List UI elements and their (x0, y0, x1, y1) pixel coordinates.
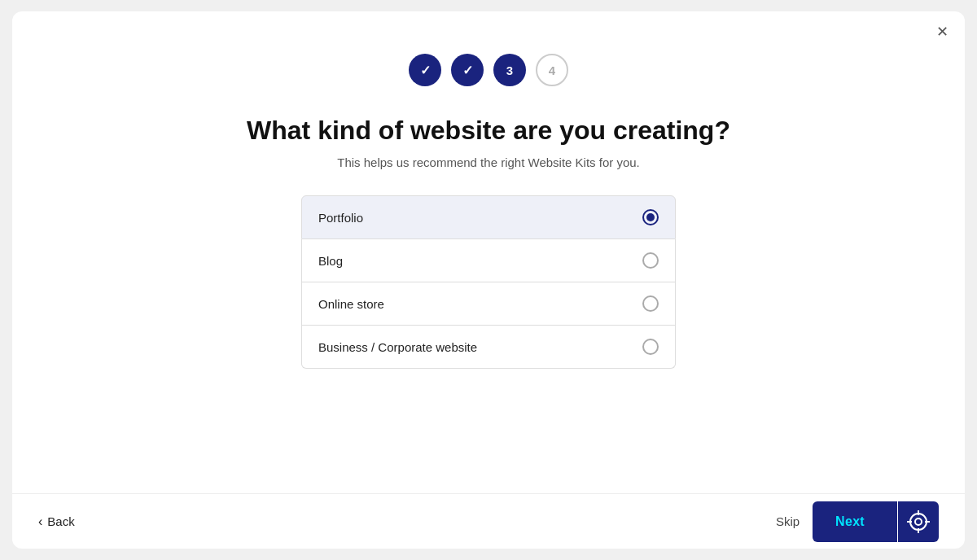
footer-right: Skip Next (776, 501, 939, 542)
step-4-label: 4 (549, 63, 555, 77)
option-business-corporate-label: Business / Corporate website (318, 340, 477, 354)
step-1: ✓ (409, 54, 441, 86)
footer: ‹ Back Skip Next (12, 493, 965, 549)
step-2: ✓ (451, 54, 484, 86)
close-button[interactable]: ✕ (936, 24, 949, 39)
option-business-corporate[interactable]: Business / Corporate website (301, 326, 676, 369)
svg-point-1 (915, 518, 922, 525)
page-title: What kind of website are you creating? (247, 116, 730, 146)
radio-online-store (642, 295, 659, 312)
option-portfolio[interactable]: Portfolio (301, 195, 676, 239)
step-4: 4 (536, 54, 568, 86)
next-button-wrapper: Next (813, 501, 939, 542)
step-3-label: 3 (506, 63, 513, 77)
back-chevron-icon: ‹ (38, 514, 42, 529)
radio-business-corporate (642, 339, 659, 355)
step-1-label: ✓ (420, 63, 431, 78)
next-button[interactable]: Next (813, 501, 897, 542)
back-button[interactable]: ‹ Back (38, 514, 75, 529)
option-blog-label: Blog (318, 254, 343, 268)
option-portfolio-label: Portfolio (318, 211, 363, 225)
option-blog[interactable]: Blog (301, 239, 676, 282)
step-3: 3 (493, 54, 526, 86)
options-list: Portfolio Blog Online store Business / C… (301, 195, 676, 369)
svg-point-0 (910, 514, 927, 530)
crosshair-icon (907, 510, 930, 533)
back-label: Back (47, 514, 74, 528)
stepper: ✓ ✓ 3 4 (409, 54, 568, 86)
radio-portfolio-inner (646, 213, 655, 221)
radio-blog (642, 252, 659, 269)
next-icon-circle[interactable] (898, 501, 939, 542)
step-2-label: ✓ (462, 63, 473, 78)
page-subtitle: This helps us recommend the right Websit… (337, 155, 640, 169)
modal-container: ✕ ✓ ✓ 3 4 What kind of website are you c… (12, 11, 965, 549)
option-online-store[interactable]: Online store (301, 282, 676, 326)
skip-button[interactable]: Skip (776, 514, 800, 528)
option-online-store-label: Online store (318, 297, 384, 311)
radio-portfolio (642, 209, 659, 225)
